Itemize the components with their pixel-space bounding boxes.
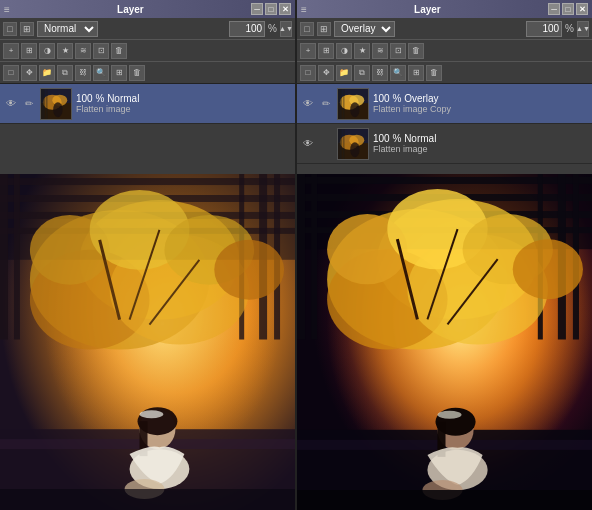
right-layer-name-2: 100 % Normal bbox=[373, 133, 436, 144]
right-canvas bbox=[297, 174, 592, 510]
svg-rect-39 bbox=[0, 489, 295, 510]
right-title-bar: ≡ Layer ─ □ ✕ bbox=[297, 0, 592, 18]
left-close-btn[interactable]: ✕ bbox=[279, 3, 291, 15]
right-copy-icon[interactable]: ⧉ bbox=[354, 65, 370, 81]
right-effect-icon[interactable]: ★ bbox=[354, 43, 370, 59]
left-blend-select[interactable]: Normal Overlay Multiply Screen bbox=[37, 21, 98, 37]
right-filter-icon[interactable]: ≋ bbox=[372, 43, 388, 59]
right-lock-icon[interactable]: □ bbox=[300, 22, 314, 36]
svg-point-46 bbox=[350, 102, 359, 117]
svg-rect-16 bbox=[14, 174, 20, 340]
left-link-icon[interactable]: ⛓ bbox=[75, 65, 91, 81]
left-pencil-icon-1[interactable]: ✏ bbox=[22, 97, 36, 111]
left-icon-toolbar1: + ⊞ ◑ ★ ≋ ⊡ 🗑 bbox=[0, 40, 295, 62]
svg-rect-4 bbox=[41, 89, 45, 119]
right-chain-icon[interactable]: ⊞ bbox=[317, 22, 331, 36]
right-expand-icon[interactable]: ⊞ bbox=[408, 65, 424, 81]
left-layer-item-1[interactable]: 👁 ✏ 100 % Normal Flatten image bbox=[0, 84, 295, 124]
left-title: Layer bbox=[10, 4, 251, 15]
left-lock-icon[interactable]: □ bbox=[3, 22, 17, 36]
left-new-layer-icon[interactable]: + bbox=[3, 43, 19, 59]
left-blend-toolbar: □ ⊞ Normal Overlay Multiply Screen 100 %… bbox=[0, 18, 295, 40]
left-layer-info-1: 100 % Normal Flatten image bbox=[76, 93, 139, 114]
right-eye-icon-2[interactable]: 👁 bbox=[301, 137, 315, 151]
left-mask-icon[interactable]: ◑ bbox=[39, 43, 55, 59]
left-effect-icon[interactable]: ★ bbox=[57, 43, 73, 59]
left-minimize-btn[interactable]: ─ bbox=[251, 3, 263, 15]
right-layer-item-2[interactable]: 👁 100 % Normal Flatten image bbox=[297, 124, 592, 164]
right-close-btn[interactable]: ✕ bbox=[576, 3, 588, 15]
left-canvas bbox=[0, 174, 295, 510]
left-opacity-arrows[interactable]: ▲▼ bbox=[280, 21, 292, 37]
right-icon-toolbar2: □ ✥ 📁 ⧉ ⛓ 🔍 ⊞ 🗑 bbox=[297, 62, 592, 84]
left-group-icon[interactable]: ⊞ bbox=[21, 43, 37, 59]
left-layer-name-1: 100 % Normal bbox=[76, 93, 139, 104]
svg-rect-45 bbox=[343, 89, 345, 119]
right-trash-icon[interactable]: 🗑 bbox=[408, 43, 424, 59]
right-icon-toolbar1: + ⊞ ◑ ★ ≋ ⊡ 🗑 bbox=[297, 40, 592, 62]
left-window-controls: ─ □ ✕ bbox=[251, 3, 291, 15]
svg-point-27 bbox=[214, 240, 284, 300]
left-search-icon[interactable]: 🔍 bbox=[93, 65, 109, 81]
right-layer-name-1: 100 % Overlay bbox=[373, 93, 451, 104]
right-mask-icon[interactable]: ◑ bbox=[336, 43, 352, 59]
right-merge-icon[interactable]: ⊡ bbox=[390, 43, 406, 59]
left-move-icon[interactable]: ✥ bbox=[21, 65, 37, 81]
svg-rect-44 bbox=[338, 89, 342, 119]
svg-point-74 bbox=[513, 239, 583, 299]
left-folder-icon[interactable]: 📁 bbox=[39, 65, 55, 81]
right-new-layer-icon[interactable]: + bbox=[300, 43, 316, 59]
right-blend-toolbar: □ ⊞ Normal Overlay Multiply Screen 100 %… bbox=[297, 18, 592, 40]
right-minimize-btn[interactable]: ─ bbox=[548, 3, 560, 15]
svg-point-84 bbox=[437, 411, 461, 419]
svg-point-6 bbox=[53, 102, 62, 117]
right-layer-thumb-1 bbox=[337, 88, 369, 120]
left-panel: ≡ Layer ─ □ ✕ □ ⊞ Normal Overlay Multipl… bbox=[0, 0, 295, 510]
right-layer-info-2: 100 % Normal Flatten image bbox=[373, 133, 436, 154]
left-select-icon[interactable]: □ bbox=[3, 65, 19, 81]
right-layer-list: 👁 ✏ 100 % Overlay Flatten image Copy bbox=[297, 84, 592, 174]
right-pencil-icon-1[interactable]: ✏ bbox=[319, 97, 333, 111]
left-layer-thumb-1 bbox=[40, 88, 72, 120]
svg-rect-63 bbox=[311, 174, 317, 339]
left-title-bar: ≡ Layer ─ □ ✕ bbox=[0, 0, 295, 18]
svg-rect-58 bbox=[297, 177, 592, 184]
right-blend-select[interactable]: Normal Overlay Multiply Screen bbox=[334, 21, 395, 37]
right-layer-sub-1: Flatten image Copy bbox=[373, 104, 451, 114]
right-eye-icon-1[interactable]: 👁 bbox=[301, 97, 315, 111]
left-maximize-btn[interactable]: □ bbox=[265, 3, 277, 15]
left-eye-icon-1[interactable]: 👁 bbox=[4, 97, 18, 111]
right-folder-icon[interactable]: 📁 bbox=[336, 65, 352, 81]
right-search-icon[interactable]: 🔍 bbox=[390, 65, 406, 81]
left-filter-icon[interactable]: ≋ bbox=[75, 43, 91, 59]
right-link-icon[interactable]: ⛓ bbox=[372, 65, 388, 81]
right-opacity-input[interactable]: 100 bbox=[526, 21, 562, 37]
right-opacity-percent: % bbox=[565, 23, 574, 34]
right-layer-sub-2: Flatten image bbox=[373, 144, 436, 154]
right-maximize-btn[interactable]: □ bbox=[562, 3, 574, 15]
left-copy-icon[interactable]: ⧉ bbox=[57, 65, 73, 81]
left-trash-icon[interactable]: 🗑 bbox=[111, 43, 127, 59]
left-chain-icon[interactable]: ⊞ bbox=[20, 22, 34, 36]
right-move-icon[interactable]: ✥ bbox=[318, 65, 334, 81]
left-delete2-icon[interactable]: 🗑 bbox=[129, 65, 145, 81]
left-expand-icon[interactable]: ⊞ bbox=[111, 65, 127, 81]
left-opacity-input[interactable]: 100 bbox=[229, 21, 265, 37]
right-delete2-icon[interactable]: 🗑 bbox=[426, 65, 442, 81]
svg-rect-5 bbox=[46, 89, 48, 119]
left-merge-icon[interactable]: ⊡ bbox=[93, 43, 109, 59]
right-layer-thumb-2 bbox=[337, 128, 369, 160]
svg-rect-11 bbox=[0, 178, 295, 185]
left-layer-list: 👁 ✏ 100 % Normal Flatten image bbox=[0, 84, 295, 174]
left-icon-toolbar2: □ ✥ 📁 ⧉ ⛓ 🔍 ⊞ 🗑 bbox=[0, 62, 295, 84]
right-title: Layer bbox=[307, 4, 548, 15]
right-panel: ≡ Layer ─ □ ✕ □ ⊞ Normal Overlay Multipl… bbox=[297, 0, 592, 510]
svg-rect-62 bbox=[297, 174, 305, 339]
right-layer-item-1[interactable]: 👁 ✏ 100 % Overlay Flatten image Copy bbox=[297, 84, 592, 124]
right-select-icon[interactable]: □ bbox=[300, 65, 316, 81]
right-layer-info-1: 100 % Overlay Flatten image Copy bbox=[373, 93, 451, 114]
right-group-icon[interactable]: ⊞ bbox=[318, 43, 334, 59]
left-layer-sub-1: Flatten image bbox=[76, 104, 139, 114]
right-opacity-arrows[interactable]: ▲▼ bbox=[577, 21, 589, 37]
right-pencil-icon-2 bbox=[319, 137, 333, 151]
